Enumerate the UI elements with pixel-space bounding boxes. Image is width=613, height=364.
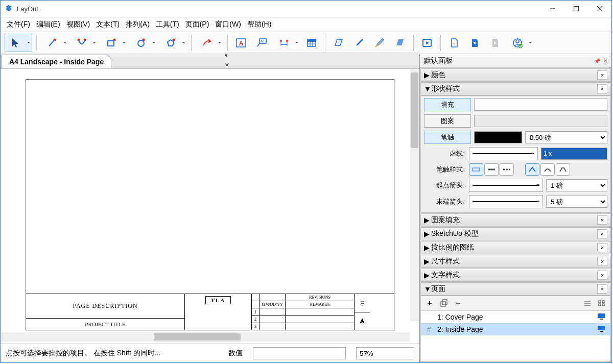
panel-shape[interactable]: ▼形状样式×: [420, 82, 611, 95]
status-value-field[interactable]: [253, 347, 346, 359]
titleblock-page-desc: PAGE DESCRIPTION: [26, 294, 184, 318]
app-logo-icon: [5, 4, 13, 14]
panel-scaled[interactable]: ▶按比例的图纸×: [420, 241, 611, 254]
svg-point-19: [286, 40, 288, 42]
dash-style-select[interactable]: [469, 147, 538, 160]
presentation-tool[interactable]: [418, 34, 436, 52]
table-tool[interactable]: [302, 34, 321, 52]
north-arrow-icon: [355, 312, 370, 330]
titleblock-sheet-no: 01: [355, 294, 370, 312]
maximize-button[interactable]: [564, 1, 588, 17]
status-hint: 点按可选择要操控的项目。 在按住 Shift 的同时...: [6, 349, 160, 358]
page-row[interactable]: 1: Cover Page: [421, 311, 610, 323]
monitor-icon[interactable]: [597, 313, 606, 322]
page-row[interactable]: # 2: Inside Page: [421, 323, 610, 335]
page-list-view-button[interactable]: [581, 297, 594, 309]
monitor-icon[interactable]: [597, 325, 606, 334]
tab-close-icon[interactable]: ✕: [225, 62, 416, 68]
page-add-button[interactable]: +: [423, 297, 436, 309]
pattern-swatch[interactable]: [474, 115, 607, 127]
text-tool[interactable]: A: [232, 34, 250, 52]
page-row-label: 2: Inside Page: [437, 325, 483, 333]
fill-color-swatch[interactable]: [474, 99, 607, 111]
stroke-cap-round[interactable]: [484, 163, 499, 176]
dash-scale-input[interactable]: 1 x: [541, 148, 607, 160]
menu-text[interactable]: 文本(T): [93, 19, 123, 30]
svg-rect-49: [600, 331, 603, 332]
rectangle-tool[interactable]: [100, 34, 128, 52]
paper-sheet: PAGE DESCRIPTION PROJECT TITLE TLA REVIS…: [26, 79, 394, 330]
polygon-tool[interactable]: [159, 34, 187, 52]
next-page-tool[interactable]: [486, 34, 504, 52]
panel-patternfill[interactable]: ▶图案填充×: [420, 213, 611, 227]
previous-page-tool[interactable]: [465, 34, 484, 52]
stroke-cap-square[interactable]: [500, 163, 514, 176]
pages-list: 1: Cover Page # 2: Inside Page: [421, 311, 610, 361]
fill-toggle[interactable]: 填充: [424, 98, 471, 111]
canvas-area[interactable]: PAGE DESCRIPTION PROJECT TITLE TLA REVIS…: [1, 69, 419, 332]
svg-rect-38: [442, 300, 447, 305]
titleblock-logo: TLA: [205, 296, 231, 304]
end-arrow-select[interactable]: [469, 195, 543, 208]
vertical-scrollbar[interactable]: [410, 69, 419, 321]
style-eyedropper-tool[interactable]: [350, 34, 368, 52]
pattern-toggle[interactable]: 图案: [424, 114, 471, 128]
menu-tools[interactable]: 工具(T): [153, 19, 182, 30]
page-remove-button[interactable]: −: [452, 297, 465, 309]
panel-textstyle[interactable]: ▶文字样式×: [420, 269, 611, 282]
statusbar: 点按可选择要操控的项目。 在按住 Shift 的同时... 数值: [1, 344, 419, 362]
tray-close-icon[interactable]: ✕: [603, 58, 607, 64]
horizontal-scrollbar[interactable]: [1, 332, 410, 342]
offset-tool[interactable]: [196, 34, 223, 52]
panel-sketchup[interactable]: ▶SketchUp 模型×: [420, 227, 611, 240]
shape-style-body: 填充 图案 笔触0.50 磅 虚线:1 x 笔触样式:: [420, 95, 611, 213]
join-bevel[interactable]: [556, 163, 570, 176]
menu-edit[interactable]: 编辑(E): [33, 19, 63, 30]
titleblock: PAGE DESCRIPTION PROJECT TITLE TLA REVIS…: [26, 294, 394, 330]
panel-dimension[interactable]: ▶尺寸样式×: [420, 255, 611, 268]
start-arrow-size[interactable]: 1 磅: [546, 179, 607, 191]
add-page-tool[interactable]: +: [445, 34, 463, 52]
menu-window[interactable]: 窗口(W): [212, 19, 244, 30]
join-miter[interactable]: [525, 163, 539, 176]
menu-help[interactable]: 帮助(H): [244, 19, 274, 30]
status-value-label: 数值: [228, 349, 243, 358]
tray-pin-icon[interactable]: 📌: [594, 58, 600, 64]
svg-rect-37: [441, 301, 445, 306]
menu-file[interactable]: 文件(F): [4, 19, 33, 30]
page-thumb-view-button[interactable]: [595, 297, 608, 309]
menu-arrange[interactable]: 排列(A): [123, 19, 153, 30]
join-round[interactable]: [540, 163, 555, 176]
end-arrow-size[interactable]: 5 磅: [546, 196, 607, 208]
document-tab-active[interactable]: A4 Landscape - Inside Page: [2, 55, 111, 69]
minimize-button[interactable]: [541, 1, 564, 17]
panel-color[interactable]: ▶颜色×: [420, 68, 611, 82]
page-row-label: 1: Cover Page: [437, 313, 483, 321]
circle-tool[interactable]: [130, 34, 157, 52]
join-tool[interactable]: [391, 34, 409, 52]
account-tool[interactable]: [506, 34, 534, 52]
page-duplicate-button[interactable]: [437, 297, 451, 309]
dimension-tool[interactable]: [273, 34, 300, 52]
stroke-color-swatch[interactable]: [474, 131, 522, 143]
stroke-cap-flat[interactable]: [469, 163, 483, 176]
split-tool[interactable]: [370, 34, 389, 52]
start-arrow-select[interactable]: [469, 179, 543, 192]
label-tool[interactable]: A1: [252, 34, 271, 52]
menu-view[interactable]: 视图(V): [63, 19, 93, 30]
arc-tool[interactable]: [70, 34, 98, 52]
svg-rect-43: [602, 301, 604, 303]
menu-page[interactable]: 页面(P): [182, 19, 213, 30]
erase-tool[interactable]: [329, 34, 348, 52]
panel-pages[interactable]: ▼页面×: [420, 282, 611, 296]
zoom-input[interactable]: [356, 347, 414, 359]
svg-point-11: [138, 40, 144, 46]
stroke-width-select[interactable]: 0.50 磅: [525, 131, 607, 143]
select-tool[interactable]: [5, 34, 32, 52]
tab-pin-icon[interactable]: ▾: [225, 52, 416, 59]
svg-rect-1: [574, 7, 579, 11]
close-button[interactable]: [588, 1, 611, 17]
stroke-toggle[interactable]: 笔触: [424, 131, 471, 144]
svg-text:A: A: [239, 40, 244, 47]
line-tool[interactable]: [41, 34, 68, 52]
